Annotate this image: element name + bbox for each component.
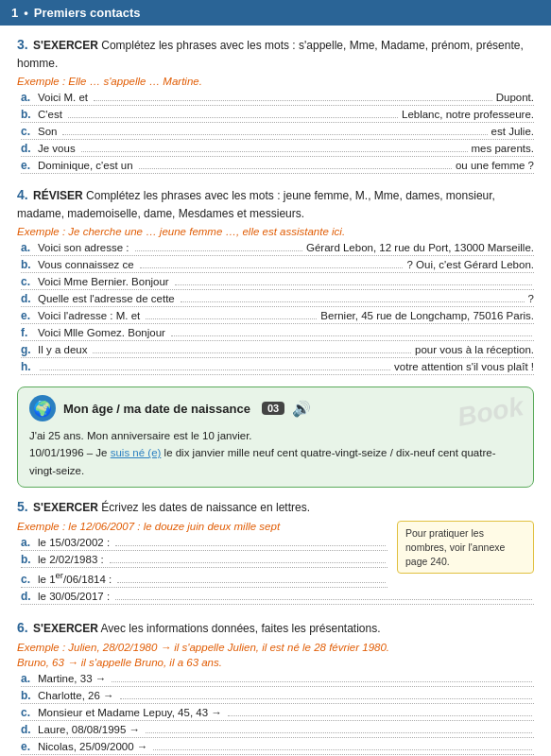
section-5-title: 5. S'EXERCER Écrivez les dates de naissa… bbox=[17, 497, 534, 517]
line-dots bbox=[175, 284, 532, 285]
line-suffix: Bernier, 45 rue de Longchamp, 75016 Pari… bbox=[320, 310, 534, 321]
exercise-line: e. Dominique, c'est un ou une femme ? bbox=[21, 159, 534, 174]
audio-section: 🌍 Mon âge / ma date de naissance 03 🔊 J'… bbox=[17, 387, 534, 488]
exercise-line: d. Je vous mes parents. bbox=[21, 142, 534, 157]
section-6-keyword: S'EXERCER bbox=[33, 622, 98, 635]
exercise-line: g. Il y a deux pour vous à la réception. bbox=[21, 343, 534, 358]
line-label: a. bbox=[21, 91, 38, 104]
line-prefix: C'est bbox=[38, 109, 62, 120]
section-3-lines: a. Voici M. et Dupont. b. C'est Leblanc,… bbox=[21, 91, 534, 174]
section-4-number: 4. bbox=[17, 187, 28, 202]
exercise-line: b. Charlotte, 26 → bbox=[21, 689, 534, 704]
note-box: Pour pratiquer les nombres, voir l'annex… bbox=[397, 521, 534, 574]
line-prefix: Vous connaissez ce bbox=[38, 259, 134, 270]
section-3: 3. S'EXERCER Complétez les phrases avec … bbox=[17, 35, 534, 174]
example-label: Exemple : bbox=[17, 521, 65, 532]
section-4-instruction: Complétez les phrases avec les mots : je… bbox=[17, 189, 495, 220]
exercise-line: b. C'est Leblanc, notre professeure. bbox=[21, 108, 534, 123]
line-dots bbox=[115, 545, 386, 546]
exercise-line: e. Nicolas, 25/09/2000 → bbox=[21, 740, 534, 755]
exercise-line: d. le 30/05/2017 : bbox=[21, 590, 534, 605]
line-label: e. bbox=[21, 309, 38, 322]
line-label: c. bbox=[21, 125, 38, 138]
line-dots bbox=[115, 599, 532, 600]
exercise-line: a. Voici M. et Dupont. bbox=[21, 91, 534, 106]
line-dots bbox=[139, 168, 452, 169]
speaker-icon[interactable]: 🔊 bbox=[292, 400, 311, 418]
example-text: Elle … s'appelle … Martine. bbox=[68, 76, 202, 87]
line-prefix: Je vous bbox=[38, 143, 76, 154]
line-suffix: ? Oui, c'est Gérard Lebon. bbox=[406, 259, 534, 270]
example-label: Exemple : bbox=[17, 226, 65, 237]
line-dots bbox=[110, 562, 386, 563]
audio-title: Mon âge / ma date de naissance bbox=[63, 402, 250, 416]
line-suffix: Dupont. bbox=[496, 92, 534, 103]
line-dots bbox=[153, 749, 532, 750]
line-prefix: Son bbox=[38, 126, 57, 137]
example2-text: Bruno, 63 → il s'appelle Bruno, il a 63 … bbox=[17, 657, 222, 668]
line-dots bbox=[68, 117, 398, 118]
line-label: b. bbox=[21, 689, 38, 702]
line-prefix: le 1er/06/1814 : bbox=[38, 570, 112, 585]
line-dots bbox=[81, 151, 468, 152]
line-dots bbox=[171, 335, 532, 336]
page-header: 1 • Premiers contacts bbox=[0, 0, 551, 26]
exercise-line: c. Son est Julie. bbox=[21, 125, 534, 140]
line-prefix: Il y a deux bbox=[38, 344, 87, 355]
section-5-instruction: Écrivez les dates de naissance en lettre… bbox=[101, 501, 310, 514]
line-label: c. bbox=[21, 275, 38, 288]
header-title: Premiers contacts bbox=[34, 6, 141, 20]
line-label: b. bbox=[21, 258, 38, 271]
exercise-line: a. Martine, 33 → bbox=[21, 672, 534, 687]
section-4-title: 4. RÉVISER Complétez les phrases avec le… bbox=[17, 185, 534, 222]
line-prefix: Nicolas, 25/09/2000 → bbox=[38, 741, 147, 752]
line-dots bbox=[140, 267, 404, 268]
section-5-keyword: S'EXERCER bbox=[33, 501, 98, 514]
example-label: Exemple : bbox=[17, 76, 65, 87]
exercise-line: c. Monsieur et Madame Lepuy, 45, 43 → bbox=[21, 706, 534, 721]
line-label: d. bbox=[21, 292, 38, 305]
line-dots bbox=[112, 681, 532, 682]
section-3-keyword: S'EXERCER bbox=[33, 39, 98, 52]
section-4-keyword: RÉVISER bbox=[33, 189, 83, 202]
section-6-example2: Bruno, 63 → il s'appelle Bruno, il a 63 … bbox=[17, 657, 534, 668]
exercise-line: d. Quelle est l'adresse de cette ? bbox=[21, 292, 534, 307]
section-5: 5. S'EXERCER Écrivez les dates de naissa… bbox=[17, 497, 534, 607]
exercise-line: b. Vous connaissez ce ? Oui, c'est Gérar… bbox=[21, 258, 534, 273]
line-label: d. bbox=[21, 590, 38, 603]
line-suffix: Leblanc, notre professeure. bbox=[402, 109, 534, 120]
line-suffix: mes parents. bbox=[472, 143, 534, 154]
line-label: g. bbox=[21, 343, 38, 356]
line-prefix: Voici son adresse : bbox=[38, 242, 129, 253]
line-prefix: Martine, 33 → bbox=[38, 673, 106, 684]
line-dots bbox=[94, 100, 492, 101]
line-label: a. bbox=[21, 672, 38, 685]
section-5-number: 5. bbox=[17, 499, 28, 514]
line-prefix: Dominique, c'est un bbox=[38, 160, 133, 171]
exercise-line: c. Voici Mme Bernier. Bonjour bbox=[21, 275, 534, 290]
line-dots bbox=[40, 369, 390, 370]
section-6-example: Exemple : Julien, 28/02/1980 → il s'appe… bbox=[17, 642, 534, 653]
audio-highlight: suis né (e) bbox=[111, 447, 162, 458]
audio-badge[interactable]: 03 bbox=[262, 402, 284, 415]
line-label: d. bbox=[21, 142, 38, 155]
audio-line2-pre: 10/01/1996 – Je bbox=[29, 447, 111, 458]
exercise-line: b. le 2/02/1983 : bbox=[21, 553, 387, 568]
line-suffix: ou une femme ? bbox=[456, 160, 534, 171]
section-6-instruction: Avec les informations données, faites le… bbox=[101, 622, 381, 635]
line-label: c. bbox=[21, 706, 38, 719]
section-6-number: 6. bbox=[17, 620, 28, 635]
line-dots bbox=[93, 352, 411, 353]
line-suffix: Gérard Lebon, 12 rue du Port, 13000 Mars… bbox=[306, 242, 534, 253]
exercise-line: d. Laure, 08/08/1995 → bbox=[21, 723, 534, 738]
exercise-line: e. Voici l'adresse : M. et Bernier, 45 r… bbox=[21, 309, 534, 324]
line-dots bbox=[117, 582, 386, 583]
exercise-line: a. Voici son adresse : Gérard Lebon, 12 … bbox=[21, 241, 534, 256]
example-text: Julien, 28/02/1980 → il s'appelle Julien… bbox=[68, 642, 389, 653]
exercise-line: c. le 1er/06/1814 : bbox=[21, 570, 387, 588]
line-label: c. bbox=[21, 573, 38, 586]
section-4-example: Exemple : Je cherche une … jeune femme …… bbox=[17, 226, 534, 237]
line-prefix: Monsieur et Madame Lepuy, 45, 43 → bbox=[38, 707, 222, 718]
line-suffix: pour vous à la réception. bbox=[415, 344, 534, 355]
example-text: Je cherche une … jeune femme …, elle est… bbox=[68, 226, 345, 237]
